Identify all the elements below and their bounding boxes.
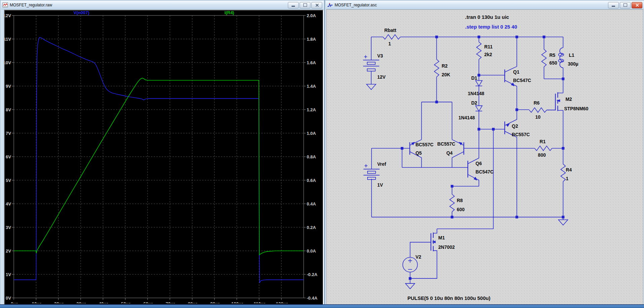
voltage-source-Vref[interactable]: Vref 1V [364, 161, 386, 188]
mosfet-M2[interactable]: M2 STP8NM60 [547, 92, 589, 111]
svg-text:70µs: 70µs [166, 301, 176, 303]
schematic-titlebar[interactable]: MOSFET_regulator.asc [326, 1, 644, 9]
svg-text:-0.2A: -0.2A [307, 272, 317, 277]
svg-text:1.2A: 1.2A [307, 107, 316, 112]
svg-text:5V: 5V [6, 178, 11, 183]
svg-text:0.0A: 0.0A [307, 248, 316, 254]
resistor-R8[interactable]: R8 600 [450, 194, 464, 212]
trace-label-I(R4)[interactable]: I(R4) [225, 10, 234, 15]
voltage-source-V3[interactable]: V3 12V [363, 53, 386, 90]
svg-text:-0.4A: -0.4A [307, 296, 317, 301]
waveform-restore-button[interactable] [300, 2, 310, 8]
svg-text:3V: 3V [6, 225, 11, 230]
resistor-R5[interactable]: R5 650 [542, 49, 557, 67]
trace-label-V(n007)[interactable]: V(n007) [74, 10, 89, 15]
svg-text:1V: 1V [377, 182, 383, 188]
svg-text:2V: 2V [6, 248, 11, 254]
svg-text:M2: M2 [565, 97, 572, 102]
schematic-close-button[interactable] [632, 2, 642, 8]
svg-text:1: 1 [566, 176, 568, 181]
svg-text:90µs: 90µs [210, 301, 220, 303]
svg-text:1.4A: 1.4A [307, 84, 316, 89]
voltage-source-V2[interactable]: V2 [403, 254, 421, 272]
close-icon [315, 3, 319, 7]
waveform-minimize-button[interactable] [288, 2, 299, 8]
waveform-titlebar[interactable]: MOSFET_regulator.raw [1, 1, 324, 9]
restore-icon [303, 3, 307, 7]
waveform-window-title: MOSFET_regulator.raw [10, 3, 288, 7]
pulse-directive[interactable]: PULSE(5 0 10u 80n 80n 100u 500u) [408, 295, 491, 301]
waveform-plot: 12V11V10V9V8V7V6V5V4V3V2V1V0V2.0A1.8A1.6… [5, 10, 321, 303]
svg-text:L1: L1 [569, 52, 574, 58]
minimize-icon [612, 6, 615, 7]
svg-text:R5: R5 [550, 52, 556, 58]
app-frame-bottom [0, 304, 644, 308]
svg-text:R4: R4 [566, 167, 572, 172]
svg-text:20K: 20K [442, 72, 450, 77]
component-value: 12V [377, 74, 386, 80]
svg-text:R8: R8 [457, 198, 463, 203]
svg-text:0V: 0V [6, 296, 11, 301]
svg-text:0.4A: 0.4A [307, 201, 316, 206]
svg-text:300µ: 300µ [568, 61, 578, 67]
svg-text:M1: M1 [438, 235, 445, 240]
svg-text:Q1: Q1 [513, 69, 520, 75]
waveform-close-button[interactable] [311, 2, 322, 8]
transistor-Q1[interactable]: Q1 BC547C [505, 69, 531, 86]
svg-text:4V: 4V [6, 201, 11, 206]
resistor-R4[interactable]: R4 1 [561, 164, 572, 182]
inductor-L1[interactable]: L1 300µ [558, 48, 578, 68]
svg-text:1.6A: 1.6A [307, 60, 316, 65]
component-value: 1 [388, 41, 391, 46]
svg-text:0.2A: 0.2A [307, 225, 316, 230]
resistor-R1[interactable]: R1 800 [535, 139, 552, 158]
schematic-minimize-button[interactable] [608, 2, 619, 8]
svg-text:800: 800 [538, 152, 546, 158]
svg-text:600: 600 [457, 207, 465, 212]
resistor-R11[interactable]: R11 2k2 [477, 42, 493, 60]
svg-text:8V: 8V [6, 107, 11, 112]
svg-text:1V: 1V [6, 272, 11, 277]
schematic-window-title: MOSFET_regulator.asc [335, 3, 608, 7]
component-label: Rbatt [384, 28, 396, 33]
resistor-R6[interactable]: R6 10 [529, 100, 547, 120]
mosfet-M1[interactable]: M1 2N7002 [431, 232, 455, 251]
svg-text:110µs: 110µs [254, 301, 266, 303]
svg-text:9V: 9V [6, 84, 11, 89]
diode-D1[interactable]: D1 1N4148 [468, 75, 484, 97]
svg-text:6V: 6V [6, 154, 11, 159]
directive-tran[interactable]: .tran 0 130u 1u uic [465, 14, 509, 20]
waveform-file-icon [2, 2, 8, 8]
svg-text:120µs: 120µs [276, 301, 288, 303]
svg-text:30µs: 30µs [76, 301, 86, 303]
schematic-window: MOSFET_regulator.asc .tran 0 130u 1u uic… [325, 0, 644, 305]
svg-text:7V: 7V [6, 131, 11, 136]
svg-text:11V: 11V [5, 37, 11, 42]
svg-text:1.0A: 1.0A [307, 131, 316, 136]
svg-text:BC557C: BC557C [415, 142, 433, 147]
svg-text:D2: D2 [471, 100, 477, 106]
svg-text:D1: D1 [471, 75, 477, 81]
svg-text:Q2: Q2 [512, 123, 518, 129]
schematic-restore-button[interactable] [620, 2, 631, 8]
svg-text:10: 10 [535, 114, 541, 120]
resistor-Rbatt[interactable]: Rbatt 1 [383, 28, 401, 46]
schematic-canvas[interactable]: .tran 0 130u 1u uic .step temp list 0 25… [326, 9, 643, 305]
svg-text:R6: R6 [534, 100, 540, 106]
schematic-drawing: .tran 0 130u 1u uic .step temp list 0 25… [327, 10, 642, 304]
svg-text:1.8A: 1.8A [307, 37, 316, 42]
svg-text:60µs: 60µs [143, 301, 153, 303]
restore-icon [623, 3, 627, 7]
transistor-Q6[interactable]: Q6 BC547C [468, 161, 493, 181]
svg-text:50µs: 50µs [121, 301, 131, 303]
directive-step[interactable]: .step temp list 0 25 40 [465, 24, 517, 30]
svg-text:650: 650 [550, 60, 558, 66]
svg-text:0.8A: 0.8A [307, 154, 316, 159]
trace-I(R4) [14, 78, 304, 255]
waveform-plot-panel[interactable]: 12V11V10V9V8V7V6V5V4V3V2V1V0V2.0A1.8A1.6… [4, 10, 324, 305]
svg-text:Q6: Q6 [476, 161, 482, 166]
svg-text:BC547C: BC547C [513, 78, 531, 83]
wires [371, 37, 563, 283]
resistor-R2[interactable]: R2 20K [434, 60, 450, 77]
schematic-file-icon [327, 2, 333, 8]
